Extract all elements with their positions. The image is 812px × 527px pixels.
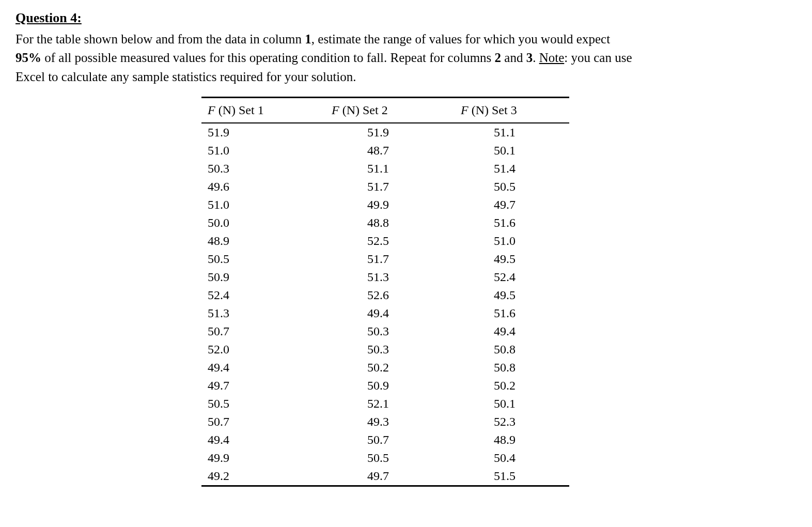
cell-set2: 48.8 bbox=[316, 214, 440, 232]
cell-set3: 50.1 bbox=[440, 142, 569, 160]
table-row: 50.551.749.5 bbox=[201, 250, 569, 268]
header-col-1: F (N) Set 1 bbox=[201, 97, 316, 123]
cell-set2: 51.7 bbox=[316, 250, 440, 268]
cell-set3: 52.4 bbox=[440, 268, 569, 286]
cell-set1: 50.9 bbox=[201, 268, 316, 286]
cell-set1: 49.4 bbox=[201, 359, 316, 377]
table-row: 50.351.151.4 bbox=[201, 160, 569, 178]
cell-set2: 52.5 bbox=[316, 232, 440, 250]
table-row: 48.952.551.0 bbox=[201, 232, 569, 250]
cell-set1: 49.2 bbox=[201, 467, 316, 486]
cell-set1: 50.5 bbox=[201, 250, 316, 268]
cell-set1: 50.7 bbox=[201, 322, 316, 340]
table-row: 49.450.748.9 bbox=[201, 431, 569, 449]
cell-set3: 52.3 bbox=[440, 413, 569, 431]
body-text-2: , estimate the range of values for which… bbox=[311, 32, 610, 46]
data-table: F (N) Set 1 F (N) Set 2 F (N) Set 3 51.9… bbox=[201, 97, 569, 487]
cell-set3: 51.4 bbox=[440, 160, 569, 178]
bold-1: 1 bbox=[305, 32, 311, 46]
bold-3: 2 bbox=[495, 51, 502, 65]
table-row: 52.452.649.5 bbox=[201, 286, 569, 304]
cell-set2: 51.7 bbox=[316, 178, 440, 196]
cell-set2: 49.9 bbox=[316, 196, 440, 214]
table-row: 50.749.352.3 bbox=[201, 413, 569, 431]
cell-set2: 49.4 bbox=[316, 304, 440, 322]
cell-set2: 52.1 bbox=[316, 395, 440, 413]
header-rest-2: (N) Set 2 bbox=[339, 103, 388, 117]
table-header-row: F (N) Set 1 F (N) Set 2 F (N) Set 3 bbox=[201, 97, 569, 123]
cell-set1: 48.9 bbox=[201, 232, 316, 250]
cell-set1: 50.3 bbox=[201, 160, 316, 178]
table-row: 50.048.851.6 bbox=[201, 214, 569, 232]
cell-set3: 50.8 bbox=[440, 340, 569, 359]
table-row: 51.951.951.1 bbox=[201, 123, 569, 142]
cell-set3: 50.4 bbox=[440, 449, 569, 467]
cell-set1: 50.0 bbox=[201, 214, 316, 232]
body-text-3: of all possible measured values for this… bbox=[41, 51, 495, 65]
question-body: For the table shown below and from the d… bbox=[15, 30, 635, 86]
cell-set2: 51.1 bbox=[316, 160, 440, 178]
table-row: 49.450.250.8 bbox=[201, 359, 569, 377]
cell-set1: 52.0 bbox=[201, 340, 316, 359]
question-title: Question 4: bbox=[15, 10, 797, 26]
table-row: 50.552.150.1 bbox=[201, 395, 569, 413]
table-row: 49.950.550.4 bbox=[201, 449, 569, 467]
cell-set3: 49.4 bbox=[440, 322, 569, 340]
cell-set2: 49.3 bbox=[316, 413, 440, 431]
body-text-4: and bbox=[501, 51, 526, 65]
cell-set3: 51.6 bbox=[440, 214, 569, 232]
table-row: 50.951.352.4 bbox=[201, 268, 569, 286]
cell-set2: 50.5 bbox=[316, 449, 440, 467]
cell-set2: 50.7 bbox=[316, 431, 440, 449]
cell-set1: 50.7 bbox=[201, 413, 316, 431]
cell-set3: 50.5 bbox=[440, 178, 569, 196]
header-col-3: F (N) Set 3 bbox=[440, 97, 569, 123]
body-text-1: For the table shown below and from the d… bbox=[15, 32, 305, 46]
cell-set1: 51.0 bbox=[201, 142, 316, 160]
cell-set2: 50.3 bbox=[316, 322, 440, 340]
cell-set3: 51.1 bbox=[440, 123, 569, 142]
cell-set1: 49.9 bbox=[201, 449, 316, 467]
header-rest-3: (N) Set 3 bbox=[469, 103, 517, 117]
cell-set2: 50.3 bbox=[316, 340, 440, 359]
header-f-1: F bbox=[208, 103, 215, 117]
note-label: Note bbox=[539, 51, 565, 65]
cell-set2: 50.9 bbox=[316, 377, 440, 395]
cell-set2: 52.6 bbox=[316, 286, 440, 304]
table-row: 50.750.349.4 bbox=[201, 322, 569, 340]
cell-set3: 48.9 bbox=[440, 431, 569, 449]
cell-set3: 50.2 bbox=[440, 377, 569, 395]
header-f-2: F bbox=[332, 103, 339, 117]
cell-set3: 49.7 bbox=[440, 196, 569, 214]
cell-set2: 50.2 bbox=[316, 359, 440, 377]
cell-set3: 51.5 bbox=[440, 467, 569, 486]
table-row: 51.049.949.7 bbox=[201, 196, 569, 214]
cell-set1: 49.4 bbox=[201, 431, 316, 449]
cell-set3: 51.6 bbox=[440, 304, 569, 322]
cell-set1: 51.9 bbox=[201, 123, 316, 142]
cell-set2: 48.7 bbox=[316, 142, 440, 160]
cell-set2: 49.7 bbox=[316, 467, 440, 486]
data-table-wrapper: F (N) Set 1 F (N) Set 2 F (N) Set 3 51.9… bbox=[201, 97, 797, 487]
cell-set2: 51.3 bbox=[316, 268, 440, 286]
table-row: 51.048.750.1 bbox=[201, 142, 569, 160]
table-row: 52.050.350.8 bbox=[201, 340, 569, 359]
bold-4: 3 bbox=[526, 51, 533, 65]
cell-set3: 50.1 bbox=[440, 395, 569, 413]
cell-set3: 49.5 bbox=[440, 286, 569, 304]
cell-set1: 49.6 bbox=[201, 178, 316, 196]
cell-set3: 49.5 bbox=[440, 250, 569, 268]
bold-2: 95% bbox=[15, 51, 41, 65]
cell-set1: 52.4 bbox=[201, 286, 316, 304]
cell-set1: 51.0 bbox=[201, 196, 316, 214]
table-row: 49.750.950.2 bbox=[201, 377, 569, 395]
cell-set2: 51.9 bbox=[316, 123, 440, 142]
cell-set1: 50.5 bbox=[201, 395, 316, 413]
body-text-5: . bbox=[533, 51, 539, 65]
header-col-2: F (N) Set 2 bbox=[316, 97, 440, 123]
table-row: 51.349.451.6 bbox=[201, 304, 569, 322]
header-rest-1: (N) Set 1 bbox=[215, 103, 264, 117]
cell-set3: 50.8 bbox=[440, 359, 569, 377]
cell-set1: 49.7 bbox=[201, 377, 316, 395]
table-row: 49.249.751.5 bbox=[201, 467, 569, 486]
